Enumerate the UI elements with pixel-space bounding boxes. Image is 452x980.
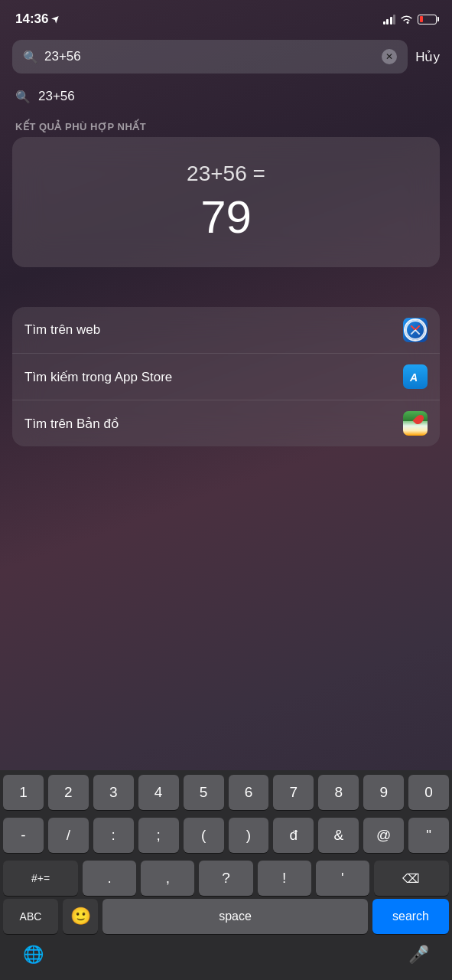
status-icons: [383, 15, 437, 24]
key-7[interactable]: 7: [273, 775, 314, 810]
home-indicator-bar: 🌐 🎤: [0, 937, 452, 980]
key-period[interactable]: .: [83, 861, 136, 896]
key-rparen[interactable]: ): [229, 818, 269, 853]
safari-icon: [403, 318, 428, 342]
options-card: Tìm trên web Tìm kiếm trong App Store A …: [12, 307, 440, 446]
keyboard-row-special: #+= . , ? ! ' ⌫: [3, 861, 449, 896]
key-search[interactable]: search: [372, 899, 449, 934]
search-web-option[interactable]: Tìm trên web: [12, 307, 440, 354]
suggestion-row[interactable]: 🔍 23+56: [0, 80, 452, 113]
key-apostrophe[interactable]: ': [316, 861, 369, 896]
section-label: KẾT QUẢ PHÙ HỢP NHẤT: [0, 113, 452, 137]
spacer: [0, 279, 452, 307]
search-input-value[interactable]: 23+56: [44, 49, 376, 64]
search-icon: 🔍: [23, 50, 38, 64]
key-backspace[interactable]: ⌫: [374, 861, 449, 896]
key-0[interactable]: 0: [408, 775, 449, 810]
search-bar-container: 🔍 23+56 ✕ Hủy: [0, 34, 452, 80]
microphone-icon[interactable]: 🎤: [408, 945, 429, 965]
suggestion-search-icon: 🔍: [15, 90, 31, 104]
key-question[interactable]: ?: [199, 861, 252, 896]
key-slash[interactable]: /: [48, 818, 89, 853]
key-5[interactable]: 5: [184, 775, 224, 810]
svg-text:A: A: [409, 371, 418, 384]
status-time: 14:36 ➤: [15, 11, 60, 27]
key-minus[interactable]: -: [3, 818, 44, 853]
key-quote[interactable]: ": [408, 818, 449, 853]
suggestion-text: 23+56: [38, 89, 75, 104]
key-colon[interactable]: :: [93, 818, 134, 853]
key-1[interactable]: 1: [3, 775, 44, 810]
key-hashtag-plus[interactable]: #+=: [3, 861, 78, 896]
location-icon: ➤: [50, 13, 63, 26]
calc-expression: 23+56 =: [187, 162, 265, 186]
clear-button[interactable]: ✕: [382, 49, 397, 64]
calc-result: 79: [200, 192, 252, 243]
key-comma[interactable]: ,: [141, 861, 194, 896]
status-bar: 14:36 ➤: [0, 0, 452, 34]
keyboard: 1 2 3 4 5 6 7 8 9 0 - / : ; ( ) đ &: [0, 770, 452, 980]
keyboard-row-numbers: 1 2 3 4 5 6 7 8 9 0: [3, 775, 449, 810]
wifi-icon: [400, 15, 413, 24]
cancel-button[interactable]: Hủy: [415, 49, 440, 65]
battery-fill: [420, 16, 423, 22]
key-exclaim[interactable]: !: [258, 861, 311, 896]
flex-spacer: [0, 446, 452, 770]
search-appstore-option[interactable]: Tìm kiếm trong App Store A: [12, 354, 440, 400]
search-bar[interactable]: 🔍 23+56 ✕: [12, 40, 408, 74]
globe-icon[interactable]: 🌐: [23, 945, 44, 965]
key-ampersand[interactable]: &: [318, 818, 359, 853]
maps-icon: [403, 411, 428, 436]
search-maps-label: Tìm trên Bản đồ: [24, 416, 119, 432]
signal-bars-icon: [383, 15, 396, 24]
search-web-label: Tìm trên web: [24, 322, 100, 338]
key-lparen[interactable]: (: [184, 818, 224, 853]
key-emoji[interactable]: 🙂: [63, 899, 98, 934]
key-d-stroke[interactable]: đ: [273, 818, 314, 853]
key-6[interactable]: 6: [229, 775, 269, 810]
key-at[interactable]: @: [363, 818, 404, 853]
key-4[interactable]: 4: [138, 775, 179, 810]
keyboard-bottom-row: ABC 🙂 space search: [0, 899, 452, 937]
calculator-card: 23+56 = 79: [12, 137, 440, 267]
keyboard-row-symbols: - / : ; ( ) đ & @ ": [3, 818, 449, 853]
key-9[interactable]: 9: [363, 775, 404, 810]
battery-icon: [418, 15, 437, 24]
key-space[interactable]: space: [102, 899, 368, 934]
appstore-icon: A: [403, 364, 428, 389]
search-appstore-label: Tìm kiếm trong App Store: [24, 369, 172, 385]
key-8[interactable]: 8: [318, 775, 359, 810]
key-2[interactable]: 2: [48, 775, 89, 810]
key-semicolon[interactable]: ;: [138, 818, 179, 853]
time-label: 14:36: [15, 11, 48, 27]
key-3[interactable]: 3: [93, 775, 134, 810]
key-abc[interactable]: ABC: [3, 899, 58, 934]
search-maps-option[interactable]: Tìm trên Bản đồ: [12, 400, 440, 446]
